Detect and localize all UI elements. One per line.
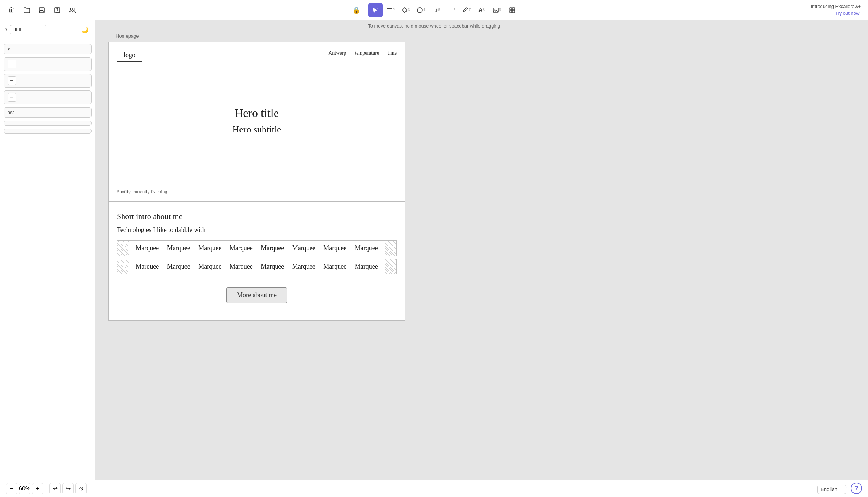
below-hero: Short intro about me Technologies I like…: [109, 202, 405, 320]
homepage-breadcrumb: Homepage: [116, 33, 139, 39]
sidebar-panel-dropdown[interactable]: ▾: [4, 44, 92, 54]
svg-point-5: [417, 8, 422, 13]
toolbar-right: Introducing Excalidraw+ Try out now!: [811, 3, 861, 16]
undo-button[interactable]: ↩: [49, 483, 61, 494]
svg-rect-12: [512, 10, 515, 13]
language-select[interactable]: English: [817, 485, 846, 494]
rectangle-tool[interactable]: 2: [383, 3, 398, 17]
marquee-items-2: Marquee Marquee Marquee Marquee Marquee …: [117, 263, 396, 270]
sidebar-add-btn-3[interactable]: +: [8, 93, 16, 102]
logo-box: logo: [117, 49, 142, 62]
svg-point-3: [73, 8, 75, 10]
collaborate-button[interactable]: [65, 3, 80, 17]
hero-title: Hero title: [232, 106, 281, 119]
sidebar-panel-5[interactable]: [4, 121, 92, 126]
canvas-hint: To move canvas, hold mouse wheel or spac…: [0, 20, 868, 31]
delete-button[interactable]: 🗑: [4, 3, 19, 17]
marquee-2-7: Marquee: [355, 263, 378, 270]
canvas-area: Homepage logo Antwerp temperature time H…: [95, 31, 868, 480]
zoom-controls: − 60% +: [0, 483, 49, 494]
marquee-1-7: Marquee: [355, 244, 378, 252]
svg-rect-4: [387, 8, 392, 12]
canvas-hint-text: To move canvas, hold mouse wheel or spac…: [368, 23, 500, 29]
marquee-1-4: Marquee: [261, 244, 284, 252]
svg-point-2: [70, 8, 72, 10]
wireframe-container: logo Antwerp temperature time Hero title…: [109, 42, 405, 321]
sidebar-add-btn-2[interactable]: +: [8, 76, 16, 85]
sidebar-panel-2: +: [4, 74, 92, 88]
marquee-1-6: Marquee: [323, 244, 346, 252]
tech-text: Technologies I like to dabble with: [117, 226, 397, 234]
nav-temperature: temperature: [355, 50, 379, 56]
text-tool[interactable]: A 8: [475, 3, 489, 17]
svg-point-8: [494, 9, 495, 10]
zoom-in-button[interactable]: +: [32, 483, 43, 494]
image-tool[interactable]: 9: [490, 3, 504, 17]
try-link[interactable]: Try out now!: [811, 10, 861, 17]
sidebar-panel-ast[interactable]: ast: [4, 107, 92, 118]
top-toolbar: 🗑: [0, 0, 868, 20]
nav-time: time: [388, 50, 397, 56]
dark-mode-button[interactable]: 🌙: [79, 24, 91, 35]
diamond-tool[interactable]: 3: [399, 3, 413, 17]
bottom-toolbar: − 60% + ↩ ↪ ⊙ ✓ English ?: [0, 480, 868, 497]
sidebar-panels: ▾ + + + ast: [0, 39, 95, 497]
ellipse-tool[interactable]: 4: [414, 3, 428, 17]
help-button[interactable]: ?: [851, 483, 862, 494]
intro-text: Short intro about me: [117, 212, 397, 221]
open-button[interactable]: [20, 3, 34, 17]
marquee-2-2: Marquee: [198, 263, 221, 270]
hero-section: logo Antwerp temperature time Hero title…: [109, 42, 405, 202]
nav-items: Antwerp temperature time: [328, 50, 397, 56]
sidebar-add-btn-1[interactable]: +: [8, 60, 16, 68]
nav-antwerp: Antwerp: [328, 50, 346, 56]
help-icon: ?: [855, 485, 858, 492]
panel-label: ▾: [8, 46, 10, 52]
svg-rect-11: [510, 10, 512, 13]
marquee-row-1: Marquee Marquee Marquee Marquee Marquee …: [117, 240, 397, 256]
marquee-items-1: Marquee Marquee Marquee Marquee Marquee …: [117, 244, 396, 252]
library-tool[interactable]: [505, 3, 519, 17]
svg-rect-7: [493, 8, 498, 12]
excalidraw-notice: Introducing Excalidraw+ Try out now!: [811, 3, 861, 16]
line-tool[interactable]: 6: [444, 3, 459, 17]
svg-rect-9: [510, 8, 512, 10]
toolbar-center-tools: 🔒 1 2 3 4 5 6: [349, 3, 519, 17]
hash-label: #: [4, 27, 7, 33]
panel-ast-label: ast: [8, 110, 14, 115]
marquee-1-5: Marquee: [292, 244, 315, 252]
hero-content: Hero title Hero subtitle: [232, 106, 281, 135]
marquee-1-0: Marquee: [136, 244, 159, 252]
marquee-1-2: Marquee: [198, 244, 221, 252]
redo-button[interactable]: ↪: [62, 483, 74, 494]
more-btn-container: More about me: [117, 277, 397, 310]
marquee-2-4: Marquee: [261, 263, 284, 270]
more-about-me-button[interactable]: More about me: [226, 287, 287, 303]
spotify-label: Spotify, currently listening: [117, 189, 167, 195]
language-selector: English: [817, 485, 846, 494]
arrow-tool[interactable]: 5: [429, 3, 443, 17]
hero-subtitle: Hero subtitle: [232, 124, 281, 135]
color-row: # 🌙: [0, 20, 95, 39]
sidebar-panel-6[interactable]: [4, 129, 92, 134]
pencil-tool[interactable]: 7: [459, 3, 474, 17]
zoom-out-button[interactable]: −: [6, 483, 17, 494]
export-button[interactable]: [50, 3, 64, 17]
undo-redo-controls: ↩ ↪ ⊙: [49, 483, 87, 494]
marquee-row-2: Marquee Marquee Marquee Marquee Marquee …: [117, 259, 397, 274]
sidebar-panel-3: +: [4, 90, 92, 104]
marquee-2-3: Marquee: [230, 263, 253, 270]
cursor-tool[interactable]: 1: [368, 3, 383, 17]
marquee-1-3: Marquee: [230, 244, 253, 252]
marquee-2-1: Marquee: [167, 263, 190, 270]
notice-line1: Introducing Excalidraw+: [811, 3, 861, 10]
zoom-level-button[interactable]: 60%: [19, 483, 30, 494]
marquee-2-6: Marquee: [323, 263, 346, 270]
marquee-2-0: Marquee: [136, 263, 159, 270]
lock-tool[interactable]: 🔒: [349, 3, 363, 17]
svg-rect-10: [512, 8, 515, 10]
color-input[interactable]: [10, 25, 46, 34]
reset-button[interactable]: ⊙: [75, 483, 87, 494]
save-image-button[interactable]: [35, 3, 49, 17]
marquee-2-5: Marquee: [292, 263, 315, 270]
